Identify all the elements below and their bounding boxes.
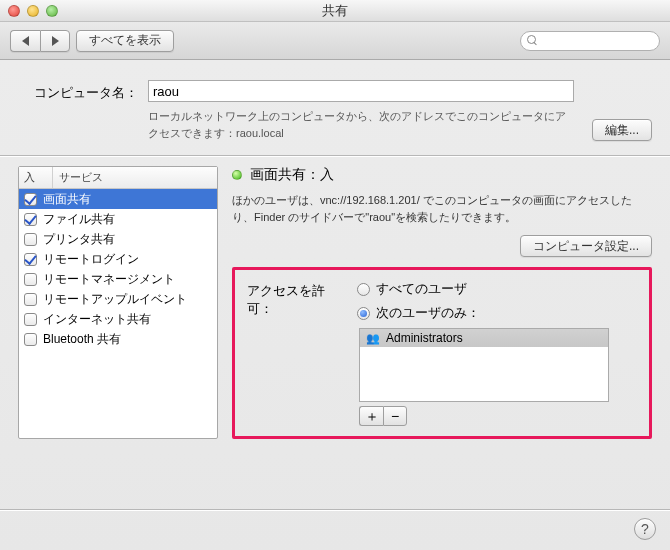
user-row[interactable]: 👥Administrators bbox=[360, 329, 608, 347]
service-name: プリンタ共有 bbox=[43, 231, 115, 248]
desc-text: ローカルネットワーク上のコンピュータから、次のアドレスでこのコンピュータにアクセ… bbox=[148, 110, 566, 139]
chevron-left-icon bbox=[22, 36, 29, 46]
radio-all-users[interactable]: すべてのユーザ bbox=[357, 280, 480, 298]
service-item[interactable]: リモートログイン bbox=[19, 249, 217, 269]
computer-name-row: コンピュータ名： ローカルネットワーク上のコンピュータから、次のアドレスでこのコ… bbox=[18, 80, 652, 141]
nav-segment bbox=[10, 30, 70, 52]
service-item[interactable]: リモートマネージメント bbox=[19, 269, 217, 289]
access-row: アクセスを許可： すべてのユーザ 次のユーザのみ： bbox=[247, 280, 637, 322]
services-list-header: 入 サービス bbox=[19, 167, 217, 189]
service-item[interactable]: Bluetooth 共有 bbox=[19, 329, 217, 349]
radio-icon bbox=[357, 283, 370, 296]
user-name: Administrators bbox=[386, 331, 463, 345]
service-item[interactable]: 画面共有 bbox=[19, 189, 217, 209]
checkbox-icon[interactable] bbox=[24, 193, 37, 206]
access-highlight: アクセスを許可： すべてのユーザ 次のユーザのみ： 👥Administrator… bbox=[232, 267, 652, 439]
service-item[interactable]: リモートアップルイベント bbox=[19, 289, 217, 309]
chevron-right-icon bbox=[52, 36, 59, 46]
titlebar: 共有 bbox=[0, 0, 670, 22]
checkbox-icon[interactable] bbox=[24, 293, 37, 306]
radio-only-label: 次のユーザのみ： bbox=[376, 304, 480, 322]
checkbox-icon[interactable] bbox=[24, 213, 37, 226]
add-user-button[interactable]: ＋ bbox=[359, 406, 383, 426]
search-icon bbox=[527, 35, 537, 46]
minimize-icon[interactable] bbox=[27, 5, 39, 17]
computer-name-fieldwrap: ローカルネットワーク上のコンピュータから、次のアドレスでこのコンピュータにアクセ… bbox=[148, 80, 574, 141]
checkbox-icon[interactable] bbox=[24, 273, 37, 286]
checkbox-icon[interactable] bbox=[24, 253, 37, 266]
access-label: アクセスを許可： bbox=[247, 280, 347, 322]
window-title: 共有 bbox=[0, 2, 670, 20]
content: コンピュータ名： ローカルネットワーク上のコンピュータから、次のアドレスでこのコ… bbox=[0, 60, 670, 550]
zoom-icon[interactable] bbox=[46, 5, 58, 17]
radio-only-users[interactable]: 次のユーザのみ： bbox=[357, 304, 480, 322]
service-status: 画面共有：入 bbox=[232, 166, 652, 184]
search-input[interactable] bbox=[541, 34, 653, 48]
remove-user-button[interactable]: − bbox=[383, 406, 407, 426]
computer-settings-button[interactable]: コンピュータ設定... bbox=[520, 235, 652, 257]
computer-name-desc: ローカルネットワーク上のコンピュータから、次のアドレスでこのコンピュータにアクセ… bbox=[148, 108, 568, 141]
main-columns: 入 サービス 画面共有ファイル共有プリンタ共有リモートログインリモートマネージメ… bbox=[18, 166, 652, 439]
service-name: インターネット共有 bbox=[43, 311, 151, 328]
radio-icon bbox=[357, 307, 370, 320]
separator bbox=[0, 155, 670, 156]
show-all-button[interactable]: すべてを表示 bbox=[76, 30, 174, 52]
access-radios: すべてのユーザ 次のユーザのみ： bbox=[357, 280, 480, 322]
service-name: 画面共有 bbox=[43, 191, 91, 208]
search-field[interactable] bbox=[520, 31, 660, 51]
right-panel: 画面共有：入 ほかのユーザは、vnc://192.168.1.201/ でこのコ… bbox=[232, 166, 652, 439]
service-name: リモートアップルイベント bbox=[43, 291, 187, 308]
help-button[interactable]: ? bbox=[634, 518, 656, 540]
services-list: 入 サービス 画面共有ファイル共有プリンタ共有リモートログインリモートマネージメ… bbox=[18, 166, 218, 439]
services-list-body: 画面共有ファイル共有プリンタ共有リモートログインリモートマネージメントリモートア… bbox=[19, 189, 217, 438]
service-item[interactable]: インターネット共有 bbox=[19, 309, 217, 329]
add-remove-bar: ＋ − bbox=[359, 406, 637, 426]
traffic-lights bbox=[0, 5, 58, 17]
service-item[interactable]: プリンタ共有 bbox=[19, 229, 217, 249]
col-service-header[interactable]: サービス bbox=[53, 167, 217, 188]
forward-button[interactable] bbox=[40, 30, 70, 52]
service-name: リモートログイン bbox=[43, 251, 139, 268]
status-label: 画面共有：入 bbox=[250, 166, 334, 184]
service-item[interactable]: ファイル共有 bbox=[19, 209, 217, 229]
checkbox-icon[interactable] bbox=[24, 313, 37, 326]
radio-all-label: すべてのユーザ bbox=[376, 280, 467, 298]
service-name: ファイル共有 bbox=[43, 211, 115, 228]
allowed-users-list[interactable]: 👥Administrators bbox=[359, 328, 609, 402]
back-button[interactable] bbox=[10, 30, 40, 52]
close-icon[interactable] bbox=[8, 5, 20, 17]
toolbar: すべてを表示 bbox=[0, 22, 670, 60]
checkbox-icon[interactable] bbox=[24, 333, 37, 346]
checkbox-icon[interactable] bbox=[24, 233, 37, 246]
computer-name-input[interactable] bbox=[148, 80, 574, 102]
group-icon: 👥 bbox=[366, 332, 380, 345]
bottom-separator bbox=[0, 509, 670, 510]
col-on-header[interactable]: 入 bbox=[19, 167, 53, 188]
computer-name-label: コンピュータ名： bbox=[18, 80, 138, 102]
status-led-icon bbox=[232, 170, 242, 180]
local-hostname: raou.local bbox=[236, 127, 284, 139]
service-info-text: ほかのユーザは、vnc://192.168.1.201/ でこのコンピュータの画… bbox=[232, 192, 652, 225]
service-name: Bluetooth 共有 bbox=[43, 331, 121, 348]
service-name: リモートマネージメント bbox=[43, 271, 175, 288]
edit-button[interactable]: 編集... bbox=[592, 119, 652, 141]
